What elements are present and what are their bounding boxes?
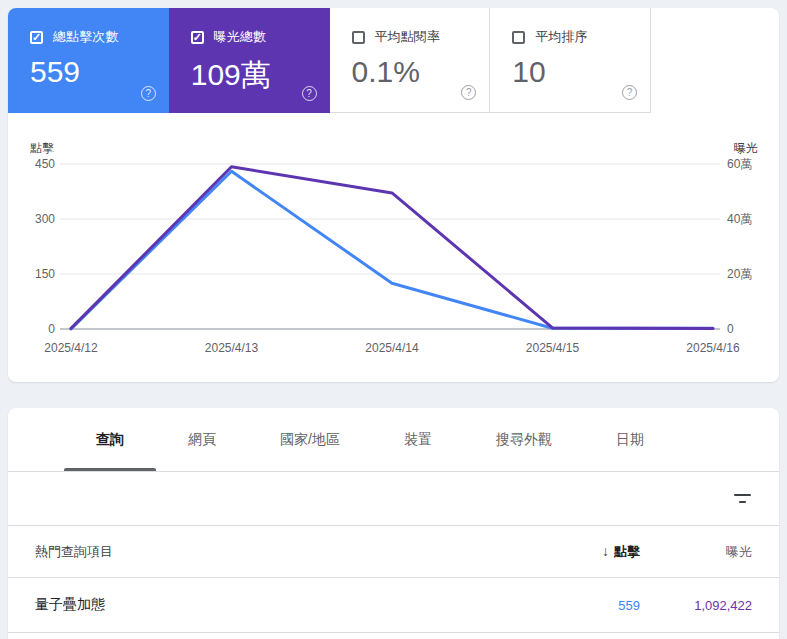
table-row[interactable]: 量子疊加態 559 1,092,422 bbox=[8, 578, 779, 633]
query-cell: 量子疊加態 bbox=[8, 596, 530, 614]
tab-dates[interactable]: 日期 bbox=[584, 408, 676, 471]
tab-pages[interactable]: 網頁 bbox=[156, 408, 248, 471]
clicks-cell: 559 bbox=[530, 598, 640, 613]
table-toolbar bbox=[8, 472, 779, 526]
tab-devices[interactable]: 裝置 bbox=[372, 408, 464, 471]
column-header-query: 熱門查詢項目 bbox=[8, 543, 530, 561]
clicks-line bbox=[71, 171, 713, 329]
tab-queries[interactable]: 查詢 bbox=[64, 408, 156, 471]
filter-icon[interactable] bbox=[731, 490, 753, 508]
x-axis-label: 2025/4/12 bbox=[21, 341, 121, 355]
tab-countries[interactable]: 國家/地區 bbox=[248, 408, 372, 471]
column-header-impressions[interactable]: 曝光 bbox=[640, 543, 752, 561]
line-chart bbox=[8, 8, 779, 382]
sort-descending-icon bbox=[602, 543, 609, 559]
table-header-row: 熱門查詢項目 點擊 曝光 bbox=[8, 526, 779, 578]
tab-search-appearance[interactable]: 搜尋外觀 bbox=[464, 408, 584, 471]
x-axis-label: 2025/4/15 bbox=[503, 341, 603, 355]
x-axis-label: 2025/4/13 bbox=[182, 341, 282, 355]
impressions-cell: 1,092,422 bbox=[640, 598, 752, 613]
impressions-line bbox=[71, 167, 713, 329]
x-axis-label: 2025/4/14 bbox=[342, 341, 442, 355]
performance-card: 總點擊次數 559 曝光總數 109萬 平均點閱率 0.1% 平均排序 bbox=[8, 8, 779, 382]
x-axis-label: 2025/4/16 bbox=[663, 341, 763, 355]
dimension-tabs: 查詢 網頁 國家/地區 裝置 搜尋外觀 日期 bbox=[8, 408, 779, 472]
dimensions-card: 查詢 網頁 國家/地區 裝置 搜尋外觀 日期 熱門查詢項目 點擊 曝光 量子疊加… bbox=[8, 408, 779, 639]
clicks-header-label: 點擊 bbox=[614, 544, 640, 559]
column-header-clicks[interactable]: 點擊 bbox=[530, 543, 640, 561]
